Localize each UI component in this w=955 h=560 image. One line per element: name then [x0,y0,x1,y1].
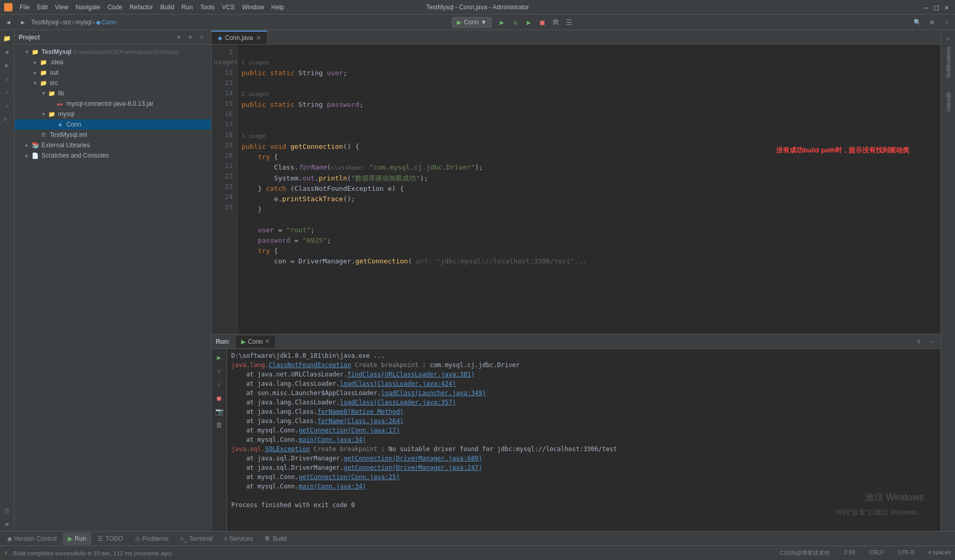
menu-file[interactable]: File [17,3,33,12]
tree-item-idea[interactable]: ▶ 📁 .idea [15,57,211,67]
menu-tools[interactable]: Tools [197,3,218,12]
sidebar-todo-icon[interactable]: ✓ [1,86,13,99]
menu-edit[interactable]: Edit [34,3,51,12]
run-output-stack10: at java.sql.DriverManager.getConnection(… [231,463,936,472]
sidebar-run-icon[interactable]: ▶ [1,59,13,72]
notifications-label[interactable]: Notifications [944,45,952,80]
breadcrumb-project[interactable]: TestMysql [31,19,59,26]
menu-view[interactable]: View [52,3,72,12]
run-button[interactable]: ▶ [496,16,508,29]
stop-button[interactable]: ■ [536,16,549,29]
sidebar-project-icon[interactable]: 📁 [1,32,13,45]
run-output: D:\software\jdk1.8.0_181\bin\java.exe ..… [227,349,940,531]
run-scroll-down[interactable]: ⇩ [213,378,226,390]
sidebar-bookmark-icon[interactable]: ⚑ [1,519,13,531]
bottom-tab-problems[interactable]: ⚠ Problems [130,533,174,545]
run-config[interactable]: ▶ Conn ▼ [452,17,491,27]
sidebar-problems-icon[interactable]: ⚠ [1,100,13,112]
update-button[interactable]: ⇧ [940,16,953,29]
tree-item-lib[interactable]: ▼ 📁 lib [15,88,211,99]
tree-item-mysql[interactable]: ▼ 📁 mysql [15,109,211,119]
build-label: Build [273,535,287,542]
tree-item-jar[interactable]: ▶▶ mysql-connector-java-8.0.13.jar [15,99,211,109]
breadcrumb-mysql[interactable]: mysql [75,19,91,26]
tree-arrow-src[interactable]: ▼ [31,80,39,86]
run-clear-button[interactable]: 🗑 [213,418,226,431]
bottom-tab-build[interactable]: 🛠 Build [259,533,292,545]
project-panel-settings[interactable]: ⚙ [185,32,195,43]
status-indent[interactable]: 4 spaces [928,549,951,557]
run-minimize-icon[interactable]: – [926,337,936,347]
tree-item-scratches[interactable]: ▶ 📄 Scratches and Consoles [15,150,211,161]
menu-navigate[interactable]: Navigate [73,3,103,12]
sidebar-structure-icon[interactable]: ☰ [1,505,13,517]
debug-button[interactable]: ♔ [509,16,522,29]
status-time[interactable]: 2:59 [844,549,855,557]
menu-code[interactable]: Code [104,3,125,12]
tree-arrow-lib[interactable]: ▼ [39,91,48,96]
breadcrumb-conn[interactable]: ◆ [96,19,101,26]
sidebar-terminal-icon[interactable]: >_ [1,113,13,125]
build-button[interactable]: 🛠 [550,16,562,29]
bottom-tab-todo[interactable]: ☰ TODO [92,533,128,545]
run-camera-button[interactable]: 📷 [213,405,226,417]
code-content[interactable]: 2 usages public static String user; 2 us… [237,45,940,334]
run-with-coverage[interactable]: ▶ [523,16,535,29]
todo-icon: ☰ [97,535,103,542]
run-stop-button[interactable]: ■ [213,391,226,404]
terminal-label: Terminal [189,535,213,542]
menu-build[interactable]: Build [157,3,177,12]
tab-conn-java[interactable]: ◆ Conn.java ✕ [212,31,268,44]
tree-arrow-out[interactable]: ▶ [31,70,39,75]
breadcrumb-src[interactable]: src [63,19,71,26]
run-settings-icon[interactable]: ⚙ [914,337,924,347]
tree-arrow-mysql[interactable]: ▼ [39,111,48,117]
nav-bar: ◀ ▶ TestMysql › src › mysql › ◆ Conn ▶ C… [0,15,955,30]
bottom-tab-run[interactable]: ▶ Run [63,533,91,545]
run-output-stack6: at java.lang.Class.forName(Class.java:26… [231,416,936,426]
tree-item-out[interactable]: ▶ 📁 out [15,67,211,78]
run-rerun-button[interactable]: ▶ [213,351,226,363]
project-panel-collapse-all[interactable]: ≡ [174,32,184,43]
menu-window[interactable]: Window [239,3,268,12]
run-tab-conn[interactable]: ▶ Conn ✕ [236,335,275,348]
tree-item-testmysql[interactable]: ▼ 📁 TestMysql D:\workspace\IDEA-workspac… [15,47,211,57]
menu-run[interactable]: Run [178,3,196,12]
tree-item-iml[interactable]: 🖹 TestMysql.iml [15,130,211,140]
maximize-button[interactable]: □ [932,3,940,11]
bottom-tab-services[interactable]: ◊ Services [219,533,258,545]
run-scroll-up[interactable]: ⇧ [213,365,226,377]
bottom-tab-terminal[interactable]: >_ Terminal [175,533,218,545]
sidebar-debug-icon[interactable]: ♔ [1,73,13,85]
terminal-icon: >_ [180,535,187,542]
tree-item-extlibs[interactable]: ▶ 📚 External Libraries [15,140,211,150]
tree-item-src[interactable]: ▼ 📁 src [15,78,211,88]
sidebar-commit-icon[interactable]: ◆ [1,46,13,58]
tab-close-button[interactable]: ✕ [256,35,261,41]
tree-arrow-extlibs[interactable]: ▶ [23,143,31,148]
run-tab-close[interactable]: ✕ [265,338,270,345]
tree-item-conn[interactable]: ◆ Conn [15,119,211,130]
status-encoding[interactable]: UTF-8 [898,549,914,557]
minimize-button[interactable]: – [922,3,930,11]
menu-refactor[interactable]: Refactor [127,3,156,12]
status-line-ending[interactable]: CRLF [869,549,884,557]
run-settings: ⚙ – [914,337,936,347]
tree-arrow-idea[interactable]: ▶ [31,60,39,65]
tree-arrow-scratches[interactable]: ▶ [23,153,31,158]
breadcrumb-conn-label[interactable]: Conn [102,19,117,26]
menu-help[interactable]: Help [268,3,287,12]
code-editor[interactable]: 2 usages 12 13 14 15 16 17 18 19 20 21 2… [212,45,940,334]
search-button[interactable]: 🔍 [911,16,924,29]
settings-button[interactable]: ⚙ [926,16,938,29]
tree-arrow-testmysql[interactable]: ▼ [23,49,31,54]
bottom-tab-vcs[interactable]: ◆ Version Control [2,533,62,545]
forward-button[interactable]: ▶ [17,16,29,29]
classdb-label[interactable]: classdb [944,90,952,114]
back-button[interactable]: ◀ [2,16,15,29]
project-panel-close[interactable]: ✕ [196,32,207,43]
close-button[interactable]: ✕ [943,3,951,11]
unknown-button[interactable]: ☰ [563,16,575,29]
notifications-icon[interactable]: ✓ [942,32,954,45]
menu-vcs[interactable]: VCS [219,3,238,12]
